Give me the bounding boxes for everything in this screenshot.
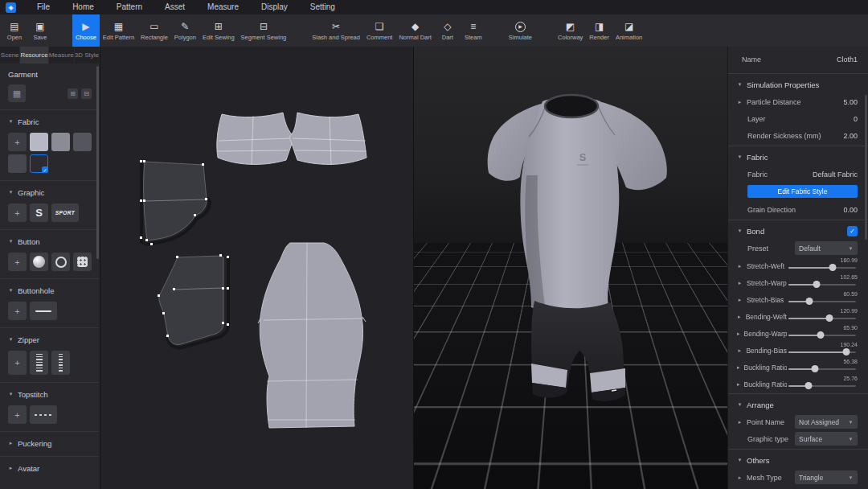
render-thickness-value[interactable]: 2.00 bbox=[843, 132, 858, 140]
right-panel-scrollbar[interactable] bbox=[865, 95, 867, 240]
tool-edit-pattern[interactable]: ▦Edit Pattern bbox=[100, 14, 137, 47]
fabric-swatch[interactable] bbox=[30, 133, 48, 151]
tab-3d-style[interactable]: 3D Style bbox=[75, 47, 100, 64]
buttonhole-add-button[interactable]: + bbox=[8, 302, 27, 320]
fabric-add-button[interactable]: + bbox=[8, 133, 27, 151]
slider-handle[interactable] bbox=[826, 314, 833, 322]
fabric-swatch-selected[interactable]: ✓ bbox=[30, 154, 48, 173]
button-item[interactable] bbox=[51, 253, 70, 271]
simulation-section-header[interactable]: ▾ Simulation Properties bbox=[728, 76, 868, 93]
zipper-item[interactable] bbox=[51, 351, 70, 375]
tool-animation[interactable]: ◪Animation bbox=[612, 14, 645, 47]
preset-dropdown[interactable]: Default ▾ bbox=[795, 241, 858, 255]
bending-weft-slider[interactable]: 120.99 bbox=[787, 307, 858, 324]
slider-track[interactable] bbox=[788, 385, 856, 387]
bending-bias-slider[interactable]: 190.24 bbox=[787, 341, 858, 358]
tool-slash-and-spread[interactable]: ✂Slash and Spread bbox=[309, 14, 363, 47]
pattern-piece-dark-upper[interactable] bbox=[140, 160, 210, 245]
garment-remove-button[interactable]: ⊟ bbox=[81, 88, 92, 99]
button-item[interactable] bbox=[73, 253, 92, 271]
tab-scene[interactable]: Scene bbox=[0, 47, 20, 64]
slider-handle[interactable] bbox=[813, 281, 821, 288]
tool-open[interactable]: ▤Open bbox=[2, 14, 27, 47]
puckering-section-header[interactable]: ▸ Puckering bbox=[8, 438, 92, 449]
tool-dart[interactable]: ◇Dart bbox=[435, 14, 461, 47]
tool-save[interactable]: ▣Save bbox=[27, 14, 53, 47]
bending-warp-slider[interactable]: 65.90 bbox=[787, 324, 858, 341]
zipper-item[interactable] bbox=[30, 351, 48, 375]
fabric-props-header[interactable]: ▾ Fabric bbox=[728, 148, 868, 166]
slider-handle[interactable] bbox=[806, 298, 813, 305]
tool-comment[interactable]: ❏Comment bbox=[363, 14, 396, 47]
fabric-swatch[interactable] bbox=[8, 154, 27, 173]
pattern-piece-light-right[interactable] bbox=[289, 113, 366, 165]
stretch-weft-slider[interactable]: 160.99 bbox=[787, 257, 858, 273]
zipper-section-header[interactable]: ▾ Zipper bbox=[8, 334, 92, 345]
graphic-logo-item[interactable]: S bbox=[30, 203, 48, 222]
fabric-swatch[interactable] bbox=[73, 133, 92, 151]
garment-add-button[interactable]: ⊞ bbox=[68, 88, 78, 99]
arrange-section-header[interactable]: ▾ Arrange bbox=[728, 396, 868, 413]
tab-resource[interactable]: Resource bbox=[20, 47, 48, 64]
tool-segment-sewing[interactable]: ⊟Segment Sewing bbox=[238, 14, 290, 47]
slider-track[interactable] bbox=[788, 267, 856, 269]
slider-handle[interactable] bbox=[817, 331, 824, 339]
pattern-piece-bodice[interactable] bbox=[258, 243, 366, 428]
point-name-dropdown[interactable]: Not Assigned ▾ bbox=[795, 415, 858, 429]
fabric-swatch[interactable] bbox=[51, 133, 70, 151]
sidebar-scrollbar[interactable] bbox=[96, 66, 99, 259]
app-logo-icon[interactable]: ◈ bbox=[6, 2, 16, 13]
slider-track[interactable] bbox=[788, 368, 856, 370]
edit-fabric-style-button[interactable]: Edit Fabric Style bbox=[747, 185, 858, 198]
slider-handle[interactable] bbox=[829, 264, 836, 271]
pattern-piece-light-left[interactable] bbox=[217, 113, 294, 164]
tool-normal-dart[interactable]: ◆Normal Dart bbox=[395, 14, 434, 47]
others-section-header[interactable]: ▾ Others bbox=[728, 451, 868, 469]
mesh-type-dropdown[interactable]: Triangle ▾ bbox=[795, 471, 858, 484]
menu-asset[interactable]: Asset bbox=[154, 0, 196, 14]
tool-simulate[interactable]: ▶Simulate bbox=[506, 14, 535, 47]
tool-edit-sewing[interactable]: ⊞Edit Sewing bbox=[199, 14, 238, 47]
viewport-3d[interactable]: S bbox=[414, 47, 727, 489]
fabric-section-header[interactable]: ▾ Fabric bbox=[8, 116, 92, 127]
tool-colorway[interactable]: ◩Colorway bbox=[555, 14, 586, 47]
tool-rectangle[interactable]: ▭Rectangle bbox=[137, 14, 171, 47]
menu-setting[interactable]: Setting bbox=[299, 0, 346, 14]
pattern-piece-dark-lower[interactable] bbox=[158, 254, 229, 347]
menu-home[interactable]: Home bbox=[61, 0, 105, 14]
zipper-add-button[interactable]: + bbox=[8, 351, 27, 375]
topstitch-item[interactable] bbox=[30, 405, 57, 424]
topstitch-section-header[interactable]: ▾ Topstitch bbox=[8, 388, 92, 400]
buttonhole-section-header[interactable]: ▾ Buttonhole bbox=[8, 285, 92, 296]
menu-display[interactable]: Display bbox=[250, 0, 299, 14]
stretch-warp-slider[interactable]: 102.65 bbox=[787, 273, 858, 290]
slider-handle[interactable] bbox=[811, 365, 818, 372]
menu-file[interactable]: File bbox=[26, 0, 61, 14]
avatar-section-header[interactable]: ▸ Avatar bbox=[8, 462, 92, 474]
garment-thumbnail[interactable]: ▦ bbox=[8, 84, 26, 102]
graphic-add-button[interactable]: + bbox=[8, 203, 27, 222]
layer-value[interactable]: 0 bbox=[854, 115, 858, 123]
bond-section-header[interactable]: ▾ Bond ✓ bbox=[728, 222, 868, 240]
slider-handle[interactable] bbox=[805, 382, 812, 389]
tool-choose[interactable]: ▶Choose bbox=[72, 14, 100, 47]
tool-render[interactable]: ◨Render bbox=[586, 14, 612, 47]
button-add-button[interactable]: + bbox=[8, 253, 27, 271]
buckling-ratio-slider-1[interactable]: 56.38 bbox=[787, 358, 858, 375]
topstitch-add-button[interactable]: + bbox=[8, 405, 27, 424]
menu-measure[interactable]: Measure bbox=[196, 0, 250, 14]
buckling-ratio-slider-2[interactable]: 25.76 bbox=[787, 375, 858, 392]
tool-steam[interactable]: ≡Steam bbox=[461, 14, 486, 47]
grain-direction-value[interactable]: 0.00 bbox=[843, 206, 858, 214]
graphic-section-header[interactable]: ▾ Graphic bbox=[8, 187, 92, 198]
slider-handle[interactable] bbox=[843, 348, 850, 355]
bond-checkbox[interactable]: ✓ bbox=[847, 226, 858, 236]
graphic-type-dropdown[interactable]: Surface ▾ bbox=[795, 432, 858, 446]
button-item[interactable] bbox=[30, 253, 48, 271]
graphic-sport-item[interactable]: SPORT bbox=[51, 203, 79, 222]
stretch-bias-slider[interactable]: 60.59 bbox=[787, 290, 858, 307]
slider-track[interactable] bbox=[788, 318, 856, 319]
pattern-2d-viewport[interactable] bbox=[100, 47, 414, 489]
slider-track[interactable] bbox=[788, 284, 856, 286]
garment-3d[interactable]: S bbox=[414, 47, 727, 489]
